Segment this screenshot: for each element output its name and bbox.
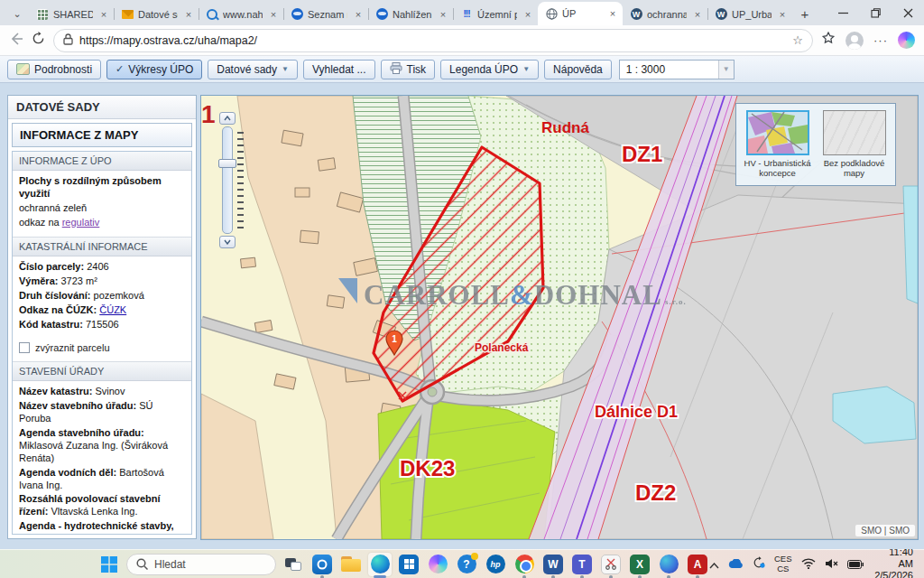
- upo-zone-name: ochranná zeleň: [13, 201, 191, 216]
- onedrive-icon[interactable]: [728, 556, 744, 573]
- collections-icon[interactable]: [821, 32, 836, 50]
- close-icon[interactable]: ×: [267, 9, 280, 20]
- field-row: Název katastru: Svinov: [13, 381, 191, 399]
- scale-combobox[interactable]: 1 : 3000 ▼: [619, 60, 735, 79]
- field-row: Kód katastru: 715506: [13, 318, 191, 332]
- label-dz2: DZ2: [635, 480, 676, 505]
- datove-sady-button[interactable]: Datové sady ▼: [208, 60, 298, 79]
- edge-icon[interactable]: [368, 553, 392, 576]
- tisk-button[interactable]: Tisk: [381, 60, 436, 79]
- legenda-upo-button[interactable]: Legenda ÚPO ▼: [440, 60, 539, 79]
- vyhledat-button[interactable]: Vyhledat ...: [303, 60, 375, 79]
- close-icon[interactable]: ×: [776, 9, 789, 20]
- tab-shared-list[interactable]: SHARED LIST ×: [29, 3, 114, 25]
- close-icon[interactable]: ×: [182, 9, 195, 20]
- zoom-handle[interactable]: [218, 159, 236, 168]
- tab-search-icon[interactable]: ⌄: [5, 3, 29, 25]
- tray-chevron-icon[interactable]: [709, 556, 719, 573]
- basemap-none[interactable]: Bez podkladové mapy: [820, 110, 888, 179]
- napoveda-button[interactable]: Nápověda: [544, 60, 612, 79]
- teams-icon[interactable]: T: [570, 553, 594, 576]
- volume-muted-icon[interactable]: [825, 556, 838, 573]
- search-icon: [136, 558, 148, 570]
- hp-support-icon[interactable]: ?: [455, 553, 478, 576]
- highlight-parcel-checkbox[interactable]: [19, 342, 30, 353]
- wordpress-icon: W: [715, 8, 727, 21]
- basemap-thumbnail-selected[interactable]: [746, 110, 809, 155]
- restore-button[interactable]: [859, 0, 892, 25]
- basemap-urbanisticka[interactable]: HV - Urbanistická koncepce: [744, 110, 811, 179]
- url-text: https://mapy.ostrava.cz/uha/mapa2/: [79, 34, 786, 47]
- file-explorer-icon[interactable]: [339, 553, 363, 576]
- task-view-icon[interactable]: [282, 553, 305, 576]
- chrome-icon[interactable]: [513, 553, 536, 576]
- hp-icon[interactable]: hp: [484, 553, 507, 576]
- tab-up-active[interactable]: ÚP ×: [538, 2, 623, 25]
- close-icon[interactable]: ×: [352, 9, 365, 20]
- tab-datove-schranky[interactable]: Datové schrán ×: [114, 3, 199, 25]
- outlook-icon[interactable]: [310, 553, 334, 576]
- globe-icon: [375, 8, 388, 21]
- printer-icon: [390, 62, 402, 77]
- zoom-out-button[interactable]: [219, 236, 236, 248]
- profile-avatar[interactable]: [845, 32, 864, 50]
- close-icon[interactable]: ×: [522, 9, 534, 20]
- section-header-authorities: STAVEBNÍ ÚŘADY: [13, 361, 191, 381]
- copilot-icon[interactable]: [898, 32, 915, 49]
- word-icon[interactable]: W: [541, 553, 565, 576]
- refresh-icon[interactable]: [32, 32, 45, 49]
- tab-nahlizeni-web[interactable]: www.nahlizeni ×: [199, 3, 283, 25]
- zoom-tick-marks: [237, 132, 244, 229]
- close-window-button[interactable]: [892, 0, 924, 25]
- close-icon[interactable]: ×: [437, 9, 449, 20]
- taskbar-search[interactable]: Hledat: [126, 554, 276, 575]
- close-icon[interactable]: ×: [97, 9, 110, 20]
- back-icon[interactable]: [9, 32, 23, 50]
- close-icon[interactable]: ×: [606, 8, 619, 19]
- wifi-icon[interactable]: [801, 556, 816, 573]
- tab-seznam-nemovitosti[interactable]: Seznam nemo ×: [283, 3, 368, 25]
- regulativ-link[interactable]: regulativ: [62, 217, 100, 228]
- lock-icon: [63, 33, 73, 48]
- tab-ochranna-zelen[interactable]: W ochranna_zele ×: [623, 3, 707, 25]
- windows-taskbar: Hledat ? hp W T X: [0, 549, 924, 578]
- copilot-taskbar-icon[interactable]: [426, 553, 449, 576]
- url-input[interactable]: https://mapy.ostrava.cz/uha/mapa2/ ☆: [53, 29, 813, 52]
- browser-menu-icon[interactable]: ···: [873, 33, 888, 47]
- excel-icon[interactable]: X: [628, 553, 651, 576]
- chevron-down-icon[interactable]: ▼: [718, 61, 734, 79]
- label-dz1: DZ1: [622, 142, 662, 166]
- battery-icon[interactable]: [847, 556, 864, 573]
- map-canvas[interactable]: CARROLL&DOHNALs.r.o. 1 Rudná DZ1 Polanec…: [200, 95, 919, 540]
- minimize-button[interactable]: [827, 0, 859, 25]
- basemap-thumbnail-none[interactable]: [823, 110, 886, 155]
- tab-up-urbanismus[interactable]: W UP_Urbanism ×: [707, 3, 792, 25]
- podrobnosti-button[interactable]: Podrobnosti: [7, 60, 101, 79]
- snipping-tool-icon[interactable]: [599, 553, 623, 576]
- taskbar-clock[interactable]: 11:40 AM 2/5/2026: [873, 546, 913, 578]
- edge-secondary-icon[interactable]: [657, 553, 680, 576]
- new-tab-button[interactable]: +: [792, 3, 818, 25]
- start-button[interactable]: [97, 553, 121, 576]
- field-row: Druh číslování: pozemková: [13, 289, 191, 303]
- zoom-track[interactable]: [222, 126, 233, 234]
- cuzk-link[interactable]: ČÚZK: [99, 304, 126, 315]
- section-header-upo: INFORMACE Z ÚPO: [13, 152, 191, 171]
- sheet-icon: [36, 8, 49, 21]
- language-indicator[interactable]: CES CS: [774, 555, 792, 573]
- informace-z-mapy-header: INFORMACE Z MAPY: [12, 123, 192, 147]
- zoom-slider[interactable]: [214, 112, 246, 249]
- field-row: Agenda vodních děl: Bartošová Ivana Ing.: [13, 466, 191, 493]
- microsoft-store-icon[interactable]: [397, 553, 420, 576]
- sync-icon[interactable]: [753, 556, 765, 573]
- vykresy-upo-button[interactable]: ✓ Výkresy ÚPO: [106, 60, 202, 79]
- globe-outline-icon: [545, 7, 558, 20]
- tab-uzemni-plan[interactable]: !!! Územní plán O ×: [453, 3, 538, 25]
- zoom-in-button[interactable]: [219, 112, 236, 125]
- tab-nahlizeni-katastr[interactable]: Nahlížení do k ×: [368, 3, 453, 25]
- browser-tabstrip: ⌄ SHARED LIST × Datové schrán × www.nahl…: [0, 0, 924, 25]
- acrobat-icon[interactable]: A: [686, 553, 709, 576]
- field-row: Název stavebního úřadu: SÚ Poruba: [13, 399, 191, 426]
- close-icon[interactable]: ×: [691, 9, 704, 20]
- bookmark-star-icon[interactable]: ☆: [792, 33, 803, 47]
